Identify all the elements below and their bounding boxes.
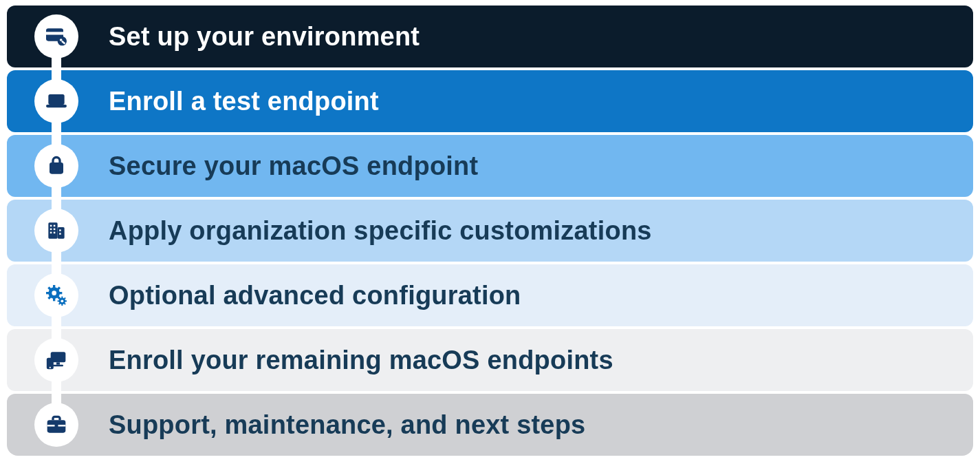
step-enroll-test: Enroll a test endpoint xyxy=(7,70,973,132)
briefcase-icon xyxy=(34,403,78,447)
lock-icon xyxy=(34,144,78,188)
svg-rect-14 xyxy=(50,232,52,234)
step-label: Optional advanced configuration xyxy=(109,281,521,310)
steps-list: Set up your environment Enroll a test en… xyxy=(7,6,973,456)
step-setup-environment: Set up your environment xyxy=(7,6,973,67)
svg-rect-6 xyxy=(46,105,67,107)
svg-rect-20 xyxy=(53,297,55,301)
svg-rect-1 xyxy=(46,32,63,34)
step-label: Enroll your remaining macOS endpoints xyxy=(109,346,613,375)
building-icon xyxy=(34,209,78,253)
svg-rect-5 xyxy=(48,94,64,105)
deployment-steps-diagram: Set up your environment Enroll a test en… xyxy=(0,0,980,464)
svg-rect-13 xyxy=(54,229,56,231)
svg-point-3 xyxy=(60,39,63,41)
svg-rect-12 xyxy=(50,229,52,231)
svg-point-27 xyxy=(52,291,56,295)
svg-rect-39 xyxy=(56,362,60,364)
step-label: Secure your macOS endpoint xyxy=(109,151,478,181)
svg-point-37 xyxy=(61,299,63,302)
devices-icon xyxy=(34,338,78,382)
svg-point-42 xyxy=(50,367,51,368)
svg-rect-21 xyxy=(46,292,50,294)
svg-rect-7 xyxy=(50,162,63,174)
step-support-maintenance: Support, maintenance, and next steps xyxy=(7,394,973,456)
gears-icon xyxy=(34,273,78,317)
svg-rect-45 xyxy=(55,424,58,428)
step-org-customizations: Apply organization specific customizatio… xyxy=(7,200,973,262)
svg-rect-9 xyxy=(58,227,65,239)
svg-rect-10 xyxy=(50,225,52,227)
step-label: Support, maintenance, and next steps xyxy=(109,410,585,440)
step-label: Set up your environment xyxy=(109,22,420,52)
step-label: Enroll a test endpoint xyxy=(109,87,379,116)
svg-rect-29 xyxy=(61,297,63,299)
svg-rect-16 xyxy=(59,229,61,231)
step-label: Apply organization specific customizatio… xyxy=(109,216,652,246)
svg-rect-31 xyxy=(58,300,60,302)
card-key-icon xyxy=(34,14,78,59)
step-enroll-remaining: Enroll your remaining macOS endpoints xyxy=(7,329,973,391)
step-secure-endpoint: Secure your macOS endpoint xyxy=(7,135,973,197)
svg-rect-40 xyxy=(53,365,63,367)
svg-rect-22 xyxy=(58,292,62,294)
svg-rect-30 xyxy=(61,304,63,306)
svg-rect-19 xyxy=(53,285,55,288)
svg-rect-17 xyxy=(59,233,61,235)
svg-rect-11 xyxy=(54,225,56,227)
svg-rect-32 xyxy=(65,300,67,302)
laptop-icon xyxy=(34,79,78,123)
svg-rect-15 xyxy=(54,232,56,234)
svg-rect-8 xyxy=(48,222,57,238)
step-advanced-config: Optional advanced configuration xyxy=(7,264,973,326)
